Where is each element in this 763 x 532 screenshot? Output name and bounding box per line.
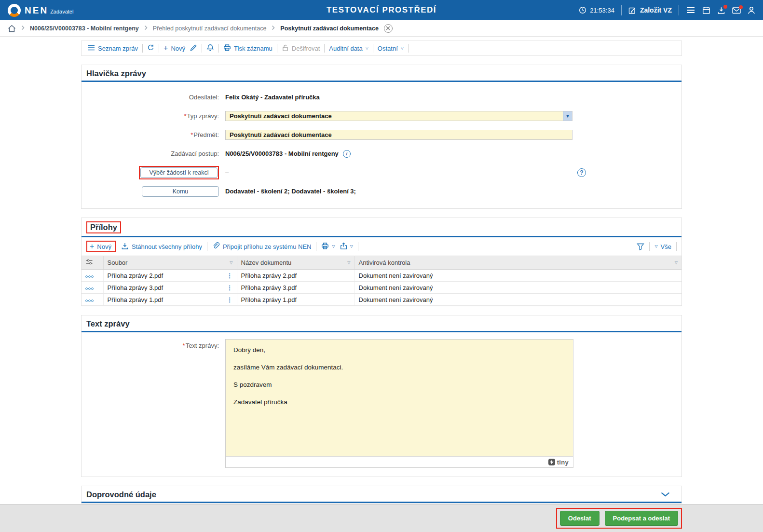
table-row[interactable]: Příloha zprávy 2.pdf⋮ Příloha zprávy 2.p…: [82, 270, 681, 282]
editor-paragraph: zasíláme Vám zadávací dokumentaci.: [233, 364, 565, 371]
filter-all-button[interactable]: ▽ Vše: [654, 243, 671, 250]
brand-name: NEN: [25, 6, 48, 15]
download-all-label: Stáhnout všechny přílohy: [132, 243, 202, 250]
filter-icon[interactable]: ▽: [347, 260, 350, 265]
close-icon[interactable]: [384, 24, 393, 33]
chevron-right-icon: [144, 25, 148, 32]
filter-icon[interactable]: ▽: [675, 260, 678, 265]
refresh-button[interactable]: [147, 44, 154, 53]
recipients-button-cell: Komu: [82, 186, 225, 197]
dropdown-triangle-icon: ▽: [401, 46, 404, 50]
subject-input[interactable]: Poskytnutí zadávací dokumentace: [225, 130, 572, 140]
help-icon[interactable]: ?: [577, 168, 586, 177]
column-header-docname[interactable]: Název dokumentu▽: [237, 256, 354, 270]
environment-title: TESTOVACÍ PROSTŘEDÍ: [327, 5, 436, 15]
column-header-file[interactable]: Soubor▽: [103, 256, 237, 270]
section-title: Hlavička zprávy: [86, 69, 146, 78]
message-list-button[interactable]: Seznam zpráv: [87, 44, 138, 53]
mail-icon[interactable]: [732, 7, 741, 14]
subject-label: *Předmět:: [82, 131, 225, 138]
editor-content[interactable]: Dobrý den, zasíláme Vám zadávací dokumen…: [226, 340, 573, 456]
antivirus-status: Dokument není zavirovaný: [354, 270, 681, 282]
editor-paragraph: S pozdravem: [233, 381, 565, 388]
message-text-editor[interactable]: Dobrý den, zasíláme Vám zadávací dokumen…: [225, 339, 573, 468]
recipients-button[interactable]: Komu: [142, 186, 219, 197]
chevron-down-icon[interactable]: ▼: [563, 111, 572, 121]
brand-subtitle: Zadavatel: [50, 9, 73, 14]
section-message-text: Text zprávy *Text zprávy: Dobrý den, zas…: [81, 315, 682, 477]
chevron-right-icon: [21, 25, 25, 32]
section-divider: [82, 502, 681, 503]
more-icon[interactable]: ⋮: [227, 296, 233, 303]
download-all-button[interactable]: Stáhnout všechny přílohy: [121, 242, 202, 251]
tiny-logo-text: tiny: [557, 459, 569, 466]
header-separator: [621, 5, 622, 15]
audit-data-button[interactable]: Auditní data ▽: [329, 45, 368, 52]
toolbar-separator: [358, 242, 358, 251]
filter-icon[interactable]: ▽: [230, 260, 232, 265]
sender-value: Felix Okátý - Zadavatel příručka: [225, 94, 320, 101]
list-icon: [87, 44, 95, 53]
toolbar-separator: [218, 44, 219, 53]
collapse-chevron-icon[interactable]: [661, 492, 670, 497]
printer-icon: [321, 242, 329, 251]
table-header-row: Soubor▽ Název dokumentu▽ Antivirová kont…: [82, 256, 681, 270]
info-icon[interactable]: i: [343, 150, 351, 158]
audit-data-label: Auditní data: [329, 45, 362, 52]
table-row[interactable]: Příloha zprávy 3.pdf⋮ Příloha zprávy 3.p…: [82, 282, 681, 294]
toolbar-separator: [676, 242, 677, 251]
refresh-icon: [147, 44, 154, 53]
antivirus-status: Dokument není zavirovaný: [354, 294, 681, 306]
message-type-select[interactable]: Poskytnutí zadávací dokumentace ▼: [225, 111, 572, 121]
menu-icon[interactable]: [686, 6, 695, 14]
downloads-icon[interactable]: [717, 6, 725, 14]
file-name: Příloha zprávy 3.pdf: [108, 284, 164, 291]
more-icon[interactable]: ⋮: [227, 272, 233, 279]
section-title: Doprovodné údaje: [86, 490, 156, 499]
form-row-subject: *Předmět: Poskytnutí zadávací dokumentac…: [82, 125, 681, 144]
toolbar-separator: [207, 242, 207, 251]
table-row[interactable]: Příloha zprávy 1.pdf⋮ Příloha zprávy 1.p…: [82, 294, 681, 306]
home-icon[interactable]: [8, 25, 16, 32]
antivirus-status: Dokument není zavirovaný: [354, 282, 681, 294]
column-header-antivirus[interactable]: Antivirová kontrola▽: [354, 256, 681, 270]
toolbar-separator: [142, 44, 143, 53]
message-list-label: Seznam zpráv: [98, 45, 138, 52]
new-message-label: Nový: [171, 45, 185, 52]
attachments-table: Soubor▽ Název dokumentu▽ Antivirová kont…: [82, 256, 681, 306]
breadcrumb-item-procedure[interactable]: N006/25/V00003783 - Mobilní rentgeny: [30, 25, 139, 32]
new-attachment-button[interactable]: + Nový: [90, 243, 111, 250]
user-icon[interactable]: [748, 6, 755, 14]
required-mark: *: [184, 112, 186, 120]
chevron-right-icon: [272, 25, 275, 32]
dropdown-triangle-icon: ▽: [350, 245, 353, 248]
send-button[interactable]: Odeslat: [560, 511, 600, 526]
notification-bell-button[interactable]: [206, 44, 214, 53]
sign-and-send-button[interactable]: Podepsat a odeslat: [605, 511, 678, 526]
download-icon: [121, 242, 129, 251]
column-chooser-cell: [82, 256, 103, 270]
breadcrumb-item-overview[interactable]: Přehled poskytnutí zadávací dokumentace: [153, 25, 267, 32]
other-actions-button[interactable]: Ostatní ▽: [378, 45, 404, 52]
edit-button[interactable]: [190, 44, 197, 53]
more-icon[interactable]: ⋮: [227, 284, 233, 291]
attach-from-nen-button[interactable]: Připojit přílohu ze systému NEN: [212, 242, 312, 251]
new-attachment-label: Nový: [97, 243, 111, 250]
toolbar-separator: [159, 44, 159, 53]
form-row-requests: Výběr žádostí k reakci – ?: [82, 163, 681, 182]
export-button[interactable]: ▽: [340, 242, 353, 251]
row-menu-icon[interactable]: [85, 300, 94, 302]
calendar-icon[interactable]: [702, 6, 710, 14]
new-message-button[interactable]: + Nový: [164, 44, 185, 52]
row-menu-icon[interactable]: [85, 275, 94, 278]
column-settings-icon[interactable]: [85, 259, 93, 265]
row-menu-icon[interactable]: [85, 287, 94, 290]
nen-logo[interactable]: NEN Zadavatel: [8, 4, 73, 17]
form-row-recipients: Komu Dodavatel - školení 2; Dodavatel - …: [82, 182, 681, 201]
print-record-button[interactable]: Tisk záznamu: [223, 44, 272, 53]
print-attachments-button[interactable]: ▽: [321, 242, 335, 251]
message-type-value: Poskytnutí zadávací dokumentace: [230, 112, 332, 120]
filter-funnel-icon[interactable]: [637, 243, 644, 250]
create-vz-button[interactable]: Založit VZ: [628, 6, 672, 14]
select-requests-button[interactable]: Výběr žádostí k reakci: [140, 167, 218, 178]
